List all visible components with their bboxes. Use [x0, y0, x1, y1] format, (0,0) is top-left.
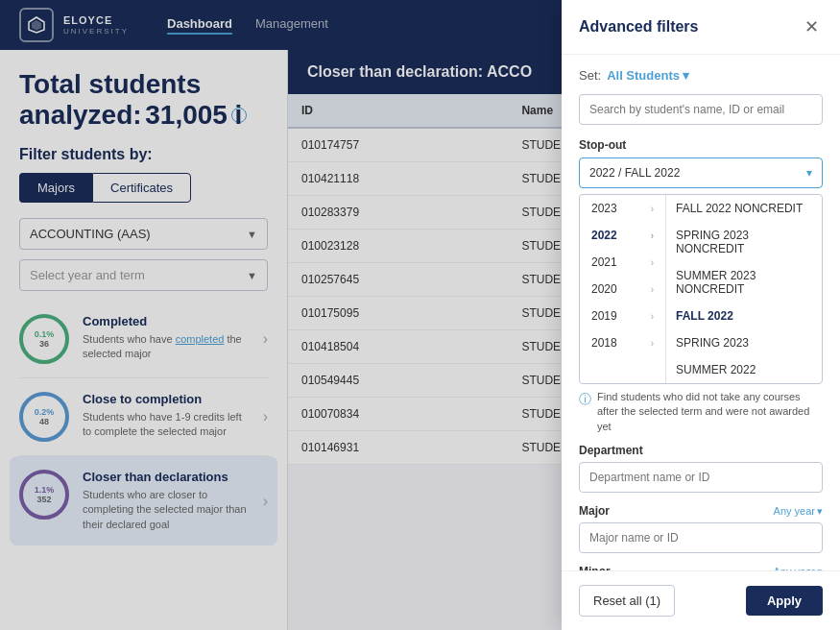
term-item[interactable]: FALL 2022	[666, 303, 822, 329]
chevron-right-icon: ›	[651, 311, 654, 322]
year-item[interactable]: 2021›	[580, 249, 665, 276]
year-item[interactable]: 2018›	[580, 329, 665, 356]
filter-set-link[interactable]: All Students ▾	[607, 68, 689, 83]
apply-button[interactable]: Apply	[746, 586, 823, 616]
chevron-down-icon: ▾	[817, 505, 823, 518]
term-list: FALL 2022 NONCREDITSPRING 2023 NONCREDIT…	[666, 195, 822, 383]
major-year-filter[interactable]: Any year ▾	[774, 505, 823, 518]
stopout-note: ⓘ Find students who did not take any cou…	[579, 384, 823, 444]
info-icon: ⓘ	[579, 391, 591, 434]
stopout-dropdown[interactable]: 2022 / FALL 2022 ▾	[579, 158, 823, 188]
year-item[interactable]: 2019›	[580, 303, 665, 329]
term-item[interactable]: SUMMER 2023 NONCREDIT	[666, 262, 822, 303]
filters-footer: Reset all (1) Apply	[562, 570, 840, 630]
chevron-down-icon: ▾	[683, 68, 689, 83]
year-list: 2023›2022›2021›2020›2019›2018›	[580, 195, 666, 383]
year-item[interactable]: 2023›	[580, 195, 665, 222]
chevron-right-icon: ›	[651, 338, 654, 349]
major-field: Major Any year ▾	[579, 504, 823, 553]
term-item[interactable]: SPRING 2023 NONCREDIT	[666, 222, 822, 262]
advanced-filters-panel: Advanced filters ✕ Set: All Students ▾ S…	[562, 0, 840, 630]
department-input[interactable]	[579, 462, 823, 493]
chevron-right-icon: ›	[651, 230, 654, 241]
chevron-right-icon: ›	[651, 284, 654, 295]
student-search-input[interactable]	[579, 94, 823, 125]
reset-button[interactable]: Reset all (1)	[579, 585, 675, 617]
year-term-menu: 2023›2022›2021›2020›2019›2018› FALL 2022…	[579, 194, 823, 384]
close-button[interactable]: ✕	[800, 15, 823, 38]
stopout-label: Stop-out	[579, 138, 823, 152]
major-input[interactable]	[579, 522, 823, 553]
chevron-right-icon: ›	[651, 257, 654, 268]
chevron-down-icon: ▾	[806, 166, 812, 180]
term-item[interactable]: SUMMER 2022	[666, 356, 822, 383]
filter-set: Set: All Students ▾	[579, 68, 823, 83]
department-field: Department	[579, 444, 823, 493]
year-item[interactable]: 2020›	[580, 276, 665, 303]
chevron-right-icon: ›	[651, 204, 654, 214]
filters-body: Set: All Students ▾ Stop-out 2022 / FALL…	[562, 55, 840, 570]
term-item[interactable]: FALL 2022 NONCREDIT	[666, 195, 822, 222]
filters-title: Advanced filters	[579, 18, 698, 36]
term-item[interactable]: SPRING 2023	[666, 329, 822, 356]
filters-header: Advanced filters ✕	[562, 0, 840, 55]
year-item[interactable]: 2022›	[580, 222, 665, 249]
